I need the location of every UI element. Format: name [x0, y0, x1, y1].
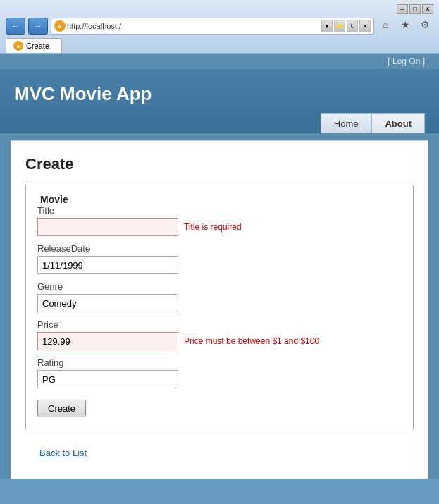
title-field: Title Title is required	[37, 205, 402, 236]
browser-logo-icon: e	[54, 20, 66, 32]
nav-bar: Home About	[14, 113, 425, 133]
rating-field: Rating	[37, 357, 402, 388]
price-input[interactable]	[37, 332, 178, 350]
browser-titlebar: – □ ✕	[6, 4, 433, 14]
title-label: Title	[37, 205, 402, 216]
favorites-icon[interactable]: ★	[397, 17, 414, 32]
about-nav-button[interactable]: About	[371, 113, 425, 133]
back-to-list-link[interactable]: Back to List	[39, 448, 87, 458]
title-row: Title is required	[37, 218, 402, 236]
page-wrapper: [ Log On ] MVC Movie App Home About Crea…	[0, 54, 439, 479]
tab-icon: e	[13, 41, 23, 51]
home-icon[interactable]: ⌂	[377, 17, 394, 32]
genre-input[interactable]	[37, 294, 178, 312]
fieldset-legend: Movie	[37, 194, 402, 205]
release-date-label: ReleaseDate	[37, 243, 402, 254]
title-error: Title is required	[184, 222, 242, 232]
page-heading: Create	[25, 155, 414, 173]
genre-label: Genre	[37, 281, 402, 292]
logon-bar: [ Log On ]	[0, 54, 439, 69]
movie-fieldset: Movie Title Title is required ReleaseDat…	[25, 185, 414, 429]
price-field: Price Price must be between $1 and $100	[37, 319, 402, 350]
price-row: Price must be between $1 and $100	[37, 332, 402, 350]
release-date-field: ReleaseDate	[37, 243, 402, 274]
browser-toolbar: ← → e ▼ ⭐ ↻ ✕ ⌂ ★ ⚙	[6, 17, 433, 35]
rating-input[interactable]	[37, 370, 178, 388]
minimize-button[interactable]: –	[397, 4, 408, 14]
address-bar[interactable]: e ▼ ⭐ ↻ ✕	[51, 18, 374, 35]
dropdown-icon[interactable]: ▼	[321, 20, 333, 32]
home-nav-button[interactable]: Home	[321, 113, 372, 133]
tab-bar: e Create	[6, 38, 62, 53]
bookmark-icon[interactable]: ⭐	[334, 20, 345, 32]
create-button[interactable]: Create	[37, 400, 86, 417]
browser-chrome: – □ ✕ ← → e ▼ ⭐ ↻ ✕ ⌂ ★ ⚙ e Create	[0, 0, 439, 54]
logon-link[interactable]: [ Log On ]	[388, 56, 425, 66]
site-header: MVC Movie App Home About	[0, 69, 439, 133]
genre-field: Genre	[37, 281, 402, 312]
settings-icon[interactable]: ⚙	[416, 17, 433, 32]
active-tab[interactable]: e Create	[6, 38, 62, 53]
maximize-button[interactable]: □	[409, 4, 421, 14]
back-button[interactable]: ←	[6, 18, 25, 35]
address-input[interactable]	[67, 22, 320, 30]
close-button[interactable]: ✕	[422, 4, 433, 14]
footer-area: Back to List	[25, 441, 414, 465]
price-label: Price	[37, 319, 402, 330]
site-container: [ Log On ] MVC Movie App Home About Crea…	[0, 54, 439, 479]
rating-label: Rating	[37, 357, 402, 368]
price-error: Price must be between $1 and $100	[184, 336, 319, 346]
site-title: MVC Movie App	[14, 78, 425, 113]
browser-right-icons: ⌂ ★ ⚙	[377, 17, 433, 35]
title-input[interactable]	[37, 218, 178, 236]
release-date-input[interactable]	[37, 256, 178, 274]
refresh-button[interactable]: ↻	[347, 20, 358, 32]
forward-button[interactable]: →	[28, 18, 48, 35]
content-area: Create Movie Title Title is required Rel…	[11, 140, 428, 479]
stop-button[interactable]: ✕	[359, 20, 371, 32]
tab-title: Create	[26, 42, 49, 50]
